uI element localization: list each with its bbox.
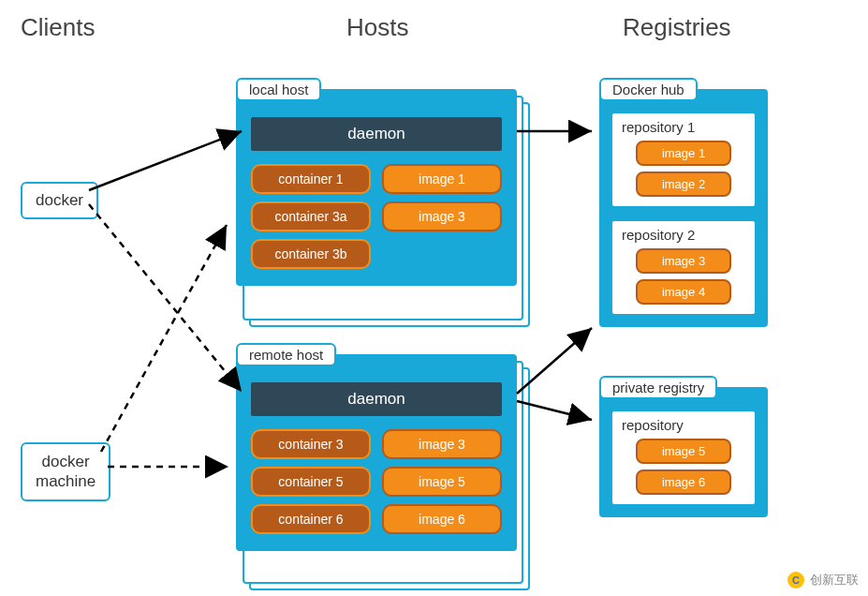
registry-hub-label: Docker hub: [599, 78, 698, 101]
repo-box: repository 2 image 3 image 4: [611, 219, 757, 316]
table-row: container 3b: [251, 239, 502, 269]
registry-private: private registry repository image 5 imag…: [599, 387, 768, 517]
host-remote-daemon: daemon: [251, 382, 502, 416]
client-docker-label: docker: [36, 191, 83, 209]
registry-private-label: private registry: [599, 376, 717, 399]
image-pill: image 5: [382, 467, 502, 497]
watermark-icon: C: [787, 572, 804, 589]
table-row: container 6 image 6: [251, 504, 502, 534]
arrow-docker-to-remote: [89, 204, 242, 392]
container-pill: container 6: [251, 504, 371, 534]
image-pill: image 3: [382, 429, 502, 459]
arrow-docker-to-local: [89, 131, 242, 190]
image-pill: image 6: [636, 469, 731, 495]
image-pill: image 1: [382, 164, 502, 194]
host-remote-stack: remote host daemon container 3 image 3 c…: [236, 354, 517, 551]
container-pill: container 1: [251, 164, 371, 194]
container-pill: container 5: [251, 467, 371, 497]
host-local-rows: container 1 image 1 container 3a image 3…: [251, 164, 502, 269]
watermark: C 创新互联: [787, 572, 859, 589]
arrow-machine-to-local: [101, 225, 227, 452]
repo-title: repository 2: [622, 227, 745, 243]
image-pill: image 1: [636, 141, 731, 166]
table-row: container 1 image 1: [251, 164, 502, 194]
repo-box: repository image 5 image 6: [611, 410, 757, 506]
container-pill: container 3b: [251, 239, 371, 269]
watermark-text: 创新互联: [810, 572, 859, 589]
image-pill: image 2: [636, 171, 731, 197]
host-remote-rows: container 3 image 3 container 5 image 5 …: [251, 429, 502, 534]
registry-docker-hub: Docker hub repository 1 image 1 image 2 …: [599, 89, 768, 327]
repo-title: repository 1: [622, 119, 745, 135]
host-local-stack: local host daemon container 1 image 1 co…: [236, 89, 517, 286]
repo-title: repository: [622, 417, 745, 433]
column-title-clients: Clients: [21, 13, 95, 42]
client-docker: docker: [21, 182, 98, 219]
host-local-label: local host: [236, 78, 321, 101]
repo-box: repository 1 image 1 image 2: [611, 112, 757, 208]
host-local-daemon: daemon: [251, 117, 502, 151]
column-title-registries: Registries: [623, 13, 731, 42]
host-local: local host daemon container 1 image 1 co…: [236, 89, 517, 286]
table-row: container 3 image 3: [251, 429, 502, 459]
table-row: container 3a image 3: [251, 201, 502, 231]
image-pill: image 4: [636, 279, 731, 305]
image-pill: image 5: [636, 439, 731, 464]
image-pill: image 3: [382, 201, 502, 231]
image-pill: image 3: [636, 248, 731, 274]
column-title-hosts: Hosts: [346, 13, 408, 42]
host-remote: remote host daemon container 3 image 3 c…: [236, 354, 517, 551]
host-remote-label: remote host: [236, 343, 336, 366]
image-pill: image 6: [382, 504, 502, 534]
container-pill: container 3a: [251, 201, 371, 231]
client-machine-label: docker machine: [36, 453, 96, 490]
client-docker-machine: docker machine: [21, 442, 110, 501]
table-row: container 5 image 5: [251, 467, 502, 497]
container-pill: container 3: [251, 429, 371, 459]
